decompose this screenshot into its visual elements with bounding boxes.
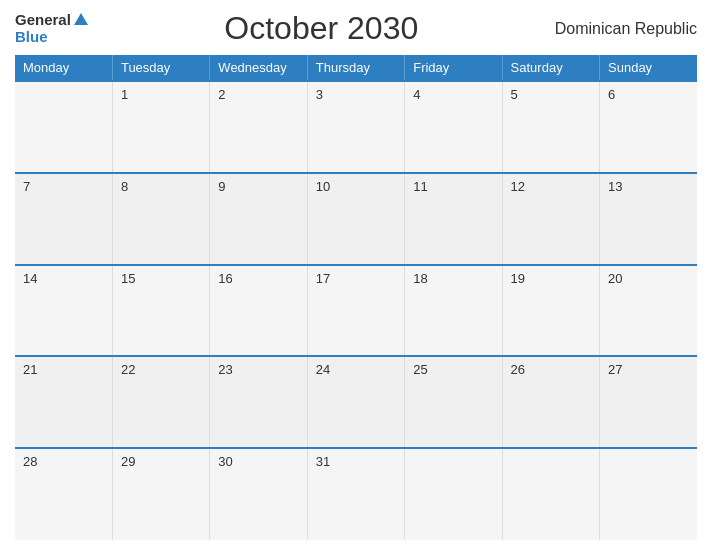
calendar-day-15: 15 — [112, 265, 209, 357]
calendar-day-23: 23 — [210, 356, 307, 448]
calendar-day-14: 14 — [15, 265, 112, 357]
logo-general-text: General — [15, 12, 71, 29]
calendar-week-row: 28293031 — [15, 448, 697, 540]
calendar-day-29: 29 — [112, 448, 209, 540]
calendar-day-2: 2 — [210, 81, 307, 173]
calendar-day-21: 21 — [15, 356, 112, 448]
calendar-day-27: 27 — [600, 356, 697, 448]
calendar-day-31: 31 — [307, 448, 404, 540]
calendar-table: MondayTuesdayWednesdayThursdayFridaySatu… — [15, 55, 697, 540]
day-header-sunday: Sunday — [600, 55, 697, 81]
day-headers-row: MondayTuesdayWednesdayThursdayFridaySatu… — [15, 55, 697, 81]
calendar-day-empty — [405, 448, 502, 540]
day-header-saturday: Saturday — [502, 55, 599, 81]
calendar-day-16: 16 — [210, 265, 307, 357]
calendar-day-13: 13 — [600, 173, 697, 265]
calendar-day-17: 17 — [307, 265, 404, 357]
day-header-wednesday: Wednesday — [210, 55, 307, 81]
calendar-day-30: 30 — [210, 448, 307, 540]
day-header-friday: Friday — [405, 55, 502, 81]
calendar-day-24: 24 — [307, 356, 404, 448]
calendar-week-row: 21222324252627 — [15, 356, 697, 448]
calendar-day-22: 22 — [112, 356, 209, 448]
logo: General Blue — [15, 12, 88, 45]
calendar-day-20: 20 — [600, 265, 697, 357]
calendar-day-5: 5 — [502, 81, 599, 173]
day-header-thursday: Thursday — [307, 55, 404, 81]
calendar-day-26: 26 — [502, 356, 599, 448]
day-header-tuesday: Tuesday — [112, 55, 209, 81]
calendar-day-empty — [600, 448, 697, 540]
calendar-day-3: 3 — [307, 81, 404, 173]
calendar-day-25: 25 — [405, 356, 502, 448]
calendar-day-12: 12 — [502, 173, 599, 265]
calendar-day-empty — [15, 81, 112, 173]
calendar-day-1: 1 — [112, 81, 209, 173]
calendar-day-18: 18 — [405, 265, 502, 357]
calendar-day-7: 7 — [15, 173, 112, 265]
calendar-day-11: 11 — [405, 173, 502, 265]
calendar-day-6: 6 — [600, 81, 697, 173]
day-header-monday: Monday — [15, 55, 112, 81]
logo-triangle-icon — [74, 13, 88, 25]
calendar-header: MondayTuesdayWednesdayThursdayFridaySatu… — [15, 55, 697, 81]
calendar-body: 1234567891011121314151617181920212223242… — [15, 81, 697, 540]
calendar-week-row: 78910111213 — [15, 173, 697, 265]
calendar-day-19: 19 — [502, 265, 599, 357]
calendar-day-9: 9 — [210, 173, 307, 265]
calendar-day-empty — [502, 448, 599, 540]
calendar-title: October 2030 — [224, 10, 418, 47]
logo-blue-text: Blue — [15, 29, 48, 46]
calendar-week-row: 14151617181920 — [15, 265, 697, 357]
calendar-day-10: 10 — [307, 173, 404, 265]
calendar-day-28: 28 — [15, 448, 112, 540]
calendar-day-4: 4 — [405, 81, 502, 173]
country-name: Dominican Republic — [555, 20, 697, 38]
calendar-week-row: 123456 — [15, 81, 697, 173]
page-header: General Blue October 2030 Dominican Repu… — [15, 10, 697, 47]
calendar-day-8: 8 — [112, 173, 209, 265]
